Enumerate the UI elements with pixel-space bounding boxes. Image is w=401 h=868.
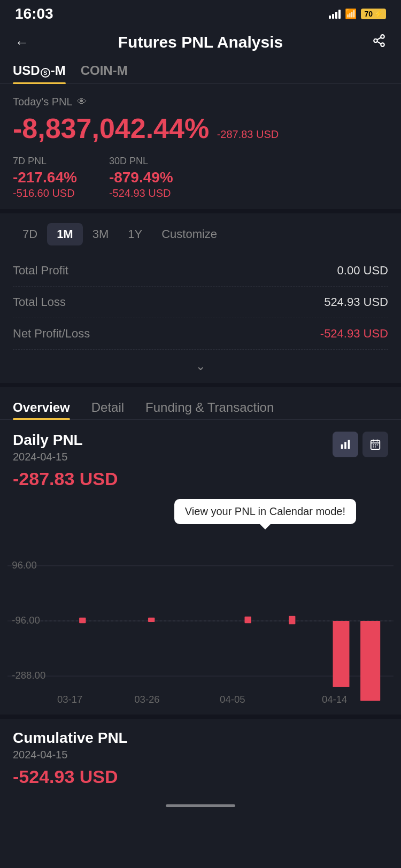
daily-pnl-header: Daily PNL 2024-04-15 bbox=[13, 432, 388, 463]
cumulative-pnl-date: 2024-04-15 bbox=[13, 749, 388, 761]
cumulative-pnl-value: -524.93 USD bbox=[13, 766, 388, 787]
svg-line-3 bbox=[377, 42, 381, 44]
svg-rect-27 bbox=[289, 616, 295, 624]
cumulative-section: Cumulative PNL 2024-04-15 -524.93 USD bbox=[0, 719, 401, 796]
svg-line-4 bbox=[377, 37, 381, 40]
stat-net-profit-label: Net Profit/Loss bbox=[13, 327, 90, 341]
daily-pnl-title: Daily PNL bbox=[13, 432, 83, 449]
expand-chevron-row: ⌄ bbox=[0, 354, 401, 383]
stat-total-profit: Total Profit 0.00 USD bbox=[13, 255, 388, 287]
battery-indicator: 70 ⚡ bbox=[361, 9, 386, 19]
home-indicator bbox=[166, 804, 235, 807]
svg-text:04-14: 04-14 bbox=[322, 694, 347, 705]
status-icons: 📶 70 ⚡ bbox=[329, 8, 386, 20]
tab-funding-transaction[interactable]: Funding & Transaction bbox=[145, 396, 274, 419]
stat-net-profit-value: -524.93 USD bbox=[320, 327, 388, 341]
svg-text:-96.00: -96.00 bbox=[12, 614, 40, 626]
chart-controls bbox=[333, 432, 388, 457]
svg-rect-25 bbox=[148, 618, 155, 622]
period-row: 7D 1M 3M 1Y Customize bbox=[0, 213, 401, 251]
stat-total-loss-value: 524.93 USD bbox=[324, 295, 388, 309]
pnl-30d-usd: -524.93 USD bbox=[109, 187, 173, 199]
svg-rect-29 bbox=[360, 621, 380, 701]
pnl-30d-pct: -879.49% bbox=[109, 169, 173, 186]
pnl-7d-usd: -516.60 USD bbox=[13, 187, 77, 199]
overview-tab-row: Overview Detail Funding & Transaction bbox=[0, 387, 401, 420]
stat-total-loss: Total Loss 524.93 USD bbox=[13, 287, 388, 318]
period-customize[interactable]: Customize bbox=[152, 223, 227, 245]
cumulative-pnl-title: Cumulative PNL bbox=[13, 729, 388, 747]
tab-coin-m[interactable]: COIN-M bbox=[81, 63, 128, 83]
daily-pnl-chart: 96.00 -96.00 -288.00 03-17 03-26 04-05 0… bbox=[5, 533, 396, 709]
stat-net-profit: Net Profit/Loss -524.93 USD bbox=[13, 318, 388, 350]
pnl-section: Today's PNL 👁 -8,837,042.44% -287.83 USD… bbox=[0, 84, 401, 209]
period-3m[interactable]: 3M bbox=[83, 223, 119, 245]
eye-icon[interactable]: 👁 bbox=[77, 96, 87, 107]
wifi-icon: 📶 bbox=[345, 8, 357, 20]
daily-pnl-value: -287.83 USD bbox=[13, 468, 388, 489]
share-button[interactable] bbox=[372, 34, 386, 51]
svg-text:96.00: 96.00 bbox=[12, 559, 36, 571]
pnl-7d: 7D PNL -217.64% -516.60 USD bbox=[13, 156, 77, 199]
calendar-mode-tooltip: View your PNL in Calendar mode! bbox=[174, 499, 356, 524]
page-title: Futures PNL Analysis bbox=[118, 33, 283, 51]
daily-pnl-section: Daily PNL 2024-04-15 -287.83 USD bbox=[0, 420, 401, 533]
tab-overview[interactable]: Overview bbox=[13, 396, 70, 419]
pnl-7d-pct: -217.64% bbox=[13, 169, 77, 186]
market-tab-row: USDS-M COIN-M bbox=[0, 59, 401, 84]
period-1m[interactable]: 1M bbox=[47, 223, 83, 245]
svg-rect-28 bbox=[333, 621, 350, 687]
stat-total-profit-label: Total Profit bbox=[13, 264, 68, 278]
section-divider-3 bbox=[0, 715, 401, 719]
chart-container: 96.00 -96.00 -288.00 03-17 03-26 04-05 0… bbox=[0, 533, 401, 715]
bar-chart-button[interactable] bbox=[333, 432, 358, 457]
svg-text:03-17: 03-17 bbox=[57, 694, 82, 705]
daily-pnl-title-group: Daily PNL 2024-04-15 bbox=[13, 432, 83, 463]
svg-text:03-26: 03-26 bbox=[134, 694, 159, 705]
section-divider-2 bbox=[0, 383, 401, 387]
pnl-30d-label: 30D PNL bbox=[109, 156, 173, 167]
svg-rect-24 bbox=[79, 618, 86, 623]
section-divider-1 bbox=[0, 209, 401, 213]
header: ← Futures PNL Analysis bbox=[0, 26, 401, 59]
chevron-down-icon[interactable]: ⌄ bbox=[196, 359, 205, 373]
pnl-main-usd: -287.83 USD bbox=[217, 128, 279, 140]
svg-rect-7 bbox=[348, 440, 350, 449]
bottom-bar bbox=[0, 796, 401, 812]
period-7d[interactable]: 7D bbox=[13, 223, 47, 245]
pnl-main-value: -8,837,042.44% bbox=[13, 113, 209, 144]
status-bar: 16:03 📶 70 ⚡ bbox=[0, 0, 401, 26]
tab-detail[interactable]: Detail bbox=[91, 396, 124, 419]
svg-point-1 bbox=[374, 39, 377, 43]
svg-point-2 bbox=[381, 43, 384, 47]
daily-pnl-date: 2024-04-15 bbox=[13, 451, 83, 463]
svg-rect-6 bbox=[344, 442, 346, 449]
period-1y[interactable]: 1Y bbox=[118, 223, 152, 245]
tab-usd-m[interactable]: USDS-M bbox=[13, 63, 66, 83]
todays-pnl-label: Today's PNL 👁 bbox=[13, 96, 388, 108]
status-time: 16:03 bbox=[15, 5, 53, 22]
stats-section: Total Profit 0.00 USD Total Loss 524.93 … bbox=[0, 251, 401, 354]
signal-bars-icon bbox=[329, 9, 341, 19]
svg-text:04-05: 04-05 bbox=[220, 694, 245, 705]
stat-total-profit-value: 0.00 USD bbox=[337, 264, 388, 278]
svg-text:-288.00: -288.00 bbox=[12, 670, 45, 681]
calendar-chart-button[interactable] bbox=[363, 432, 388, 457]
svg-rect-5 bbox=[341, 444, 343, 449]
pnl-main-row: -8,837,042.44% -287.83 USD bbox=[13, 113, 388, 144]
pnl-7d-label: 7D PNL bbox=[13, 156, 77, 167]
stat-total-loss-label: Total Loss bbox=[13, 295, 66, 309]
pnl-sub-row: 7D PNL -217.64% -516.60 USD 30D PNL -879… bbox=[13, 156, 388, 199]
pnl-30d: 30D PNL -879.49% -524.93 USD bbox=[109, 156, 173, 199]
svg-point-0 bbox=[381, 35, 384, 39]
svg-rect-26 bbox=[245, 617, 251, 623]
back-button[interactable]: ← bbox=[15, 34, 29, 51]
